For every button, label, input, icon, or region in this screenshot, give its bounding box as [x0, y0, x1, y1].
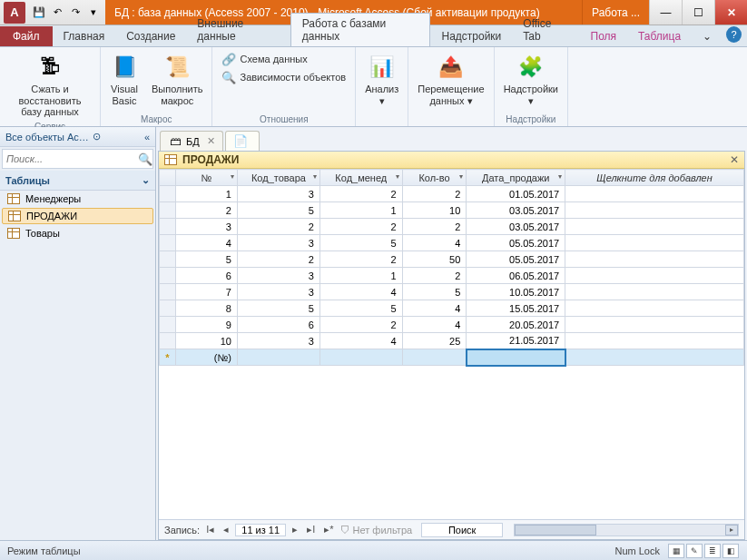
file-tab[interactable]: Файл	[0, 26, 53, 46]
cell[interactable]: 05.05.2017	[467, 235, 565, 251]
row-selector[interactable]	[160, 333, 176, 349]
cell[interactable]: 05.05.2017	[467, 251, 565, 268]
column-header[interactable]: №▾	[175, 170, 237, 186]
select-all-cell[interactable]	[160, 170, 176, 186]
addins-button[interactable]: 🧩Надстройки▾	[502, 51, 560, 108]
cell[interactable]: 5	[175, 251, 237, 268]
table-row[interactable]: 2511003.05.2017	[160, 202, 744, 219]
cell[interactable]	[565, 333, 744, 349]
row-selector[interactable]	[160, 202, 176, 219]
cell[interactable]: 2	[175, 202, 237, 219]
column-dropdown-icon[interactable]: ▾	[396, 172, 399, 181]
row-selector[interactable]	[160, 251, 176, 268]
close-button[interactable]: ✕	[714, 0, 747, 25]
horizontal-scrollbar[interactable]: ◂ ▸	[514, 524, 739, 536]
ribbon-tab[interactable]: Office Tab	[512, 14, 579, 46]
ribbon-tab[interactable]: Главная	[53, 26, 116, 46]
cell[interactable]: 21.05.2017	[467, 333, 565, 349]
nav-group-tables[interactable]: Таблицы ⌄	[0, 171, 155, 191]
row-selector[interactable]	[160, 317, 176, 333]
cell[interactable]: 5	[237, 202, 319, 219]
cell[interactable]: 6	[237, 317, 319, 333]
nav-table-item[interactable]: Менеджеры	[0, 191, 155, 207]
cell[interactable]: 2	[319, 219, 402, 235]
compact-button[interactable]: 🗜Сжать и восстановитьбазу данных	[7, 51, 93, 120]
cell[interactable]: 2	[402, 268, 467, 284]
deps-button[interactable]: 🔍Зависимости объектов	[220, 69, 348, 85]
cell[interactable]: 2	[237, 251, 319, 268]
cell[interactable]: 4	[319, 333, 402, 349]
cell[interactable]: 2	[319, 186, 402, 202]
collapse-icon[interactable]: ⌄	[142, 174, 150, 186]
qat-dropdown-icon[interactable]: ▾	[85, 5, 102, 21]
cell[interactable]	[565, 284, 744, 300]
column-header[interactable]: Код_менед▾	[319, 170, 402, 186]
cell[interactable]: 2	[237, 219, 319, 235]
maximize-button[interactable]: ☐	[682, 0, 714, 25]
help-icon[interactable]: ?	[726, 26, 742, 43]
save-icon[interactable]: 💾	[31, 5, 47, 21]
cell[interactable]	[565, 235, 744, 251]
table-row[interactable]: 631206.05.2017	[160, 268, 744, 284]
document-tab[interactable]: 📄	[225, 131, 260, 152]
table-row[interactable]: 322203.05.2017	[160, 219, 744, 235]
minimize-button[interactable]: —	[649, 0, 682, 25]
nav-table-item[interactable]: Товары	[0, 225, 155, 241]
record-position-input[interactable]	[235, 524, 286, 536]
table-row[interactable]: 435405.05.2017	[160, 235, 744, 251]
cell[interactable]	[565, 219, 744, 235]
cell[interactable]: 1	[319, 268, 402, 284]
cell[interactable]: 4	[402, 235, 467, 251]
ribbon-tab[interactable]: Внешние данные	[186, 14, 290, 46]
table-row[interactable]: 132201.05.2017	[160, 186, 744, 202]
cell[interactable]: 03.05.2017	[467, 202, 565, 219]
vb-button[interactable]: 📘VisualBasic	[108, 51, 141, 108]
table-row[interactable]: 855415.05.2017	[160, 300, 744, 317]
cell[interactable]: 2	[319, 251, 402, 268]
cell[interactable]: (№)	[175, 349, 237, 366]
cell[interactable]: 4	[175, 235, 237, 251]
macro-button[interactable]: 📜Выполнитьмакрос	[150, 51, 204, 108]
scroll-thumb[interactable]	[515, 525, 596, 535]
ribbon-collapse-icon[interactable]: ⌄	[692, 26, 722, 46]
nav-search[interactable]: 🔍	[2, 149, 153, 169]
cell[interactable]	[565, 251, 744, 268]
sql-view-button[interactable]: ≣	[704, 544, 721, 558]
first-record-button[interactable]: I◂	[203, 524, 217, 535]
cell[interactable]: 10.05.2017	[467, 284, 565, 300]
cell[interactable]: 5	[402, 284, 467, 300]
cell[interactable]: 03.05.2017	[467, 219, 565, 235]
cell[interactable]: 2	[319, 317, 402, 333]
active-cell[interactable]	[467, 349, 565, 366]
move-button[interactable]: 📤Перемещениеданных ▾	[416, 51, 486, 108]
prev-record-button[interactable]: ◂	[221, 524, 231, 535]
cell[interactable]	[565, 317, 744, 333]
filter-indicator[interactable]: ⛉ Нет фильтра	[340, 525, 413, 535]
table-row[interactable]: 962420.05.2017	[160, 317, 744, 333]
undo-icon[interactable]: ↶	[49, 5, 65, 21]
cell[interactable]	[565, 202, 744, 219]
cell[interactable]: 20.05.2017	[467, 317, 565, 333]
cell[interactable]: 3	[175, 219, 237, 235]
ribbon-context-tab[interactable]: Таблица	[627, 26, 692, 46]
layout-view-button[interactable]: ◧	[722, 544, 739, 558]
cell[interactable]	[565, 186, 744, 202]
row-selector[interactable]	[160, 268, 176, 284]
row-selector[interactable]	[160, 235, 176, 251]
cell[interactable]	[402, 349, 467, 366]
column-header[interactable]: Дата_продажи▾	[467, 170, 565, 186]
cell[interactable]: 5	[319, 235, 402, 251]
chevron-left-icon[interactable]: «	[144, 132, 150, 142]
row-selector[interactable]	[160, 219, 176, 235]
table-row[interactable]: 10342521.05.2017	[160, 333, 744, 349]
table-row[interactable]: 734510.05.2017	[160, 284, 744, 300]
redo-icon[interactable]: ↷	[67, 5, 84, 21]
cell[interactable]: 5	[237, 300, 319, 317]
cell[interactable]: 2	[402, 219, 467, 235]
column-dropdown-icon[interactable]: ▾	[313, 172, 317, 181]
scroll-right-icon[interactable]: ▸	[725, 525, 738, 535]
cell[interactable]	[565, 300, 744, 317]
cell[interactable]: 10	[175, 333, 237, 349]
cell[interactable]: 6	[175, 268, 237, 284]
cell[interactable]: 10	[402, 202, 467, 219]
